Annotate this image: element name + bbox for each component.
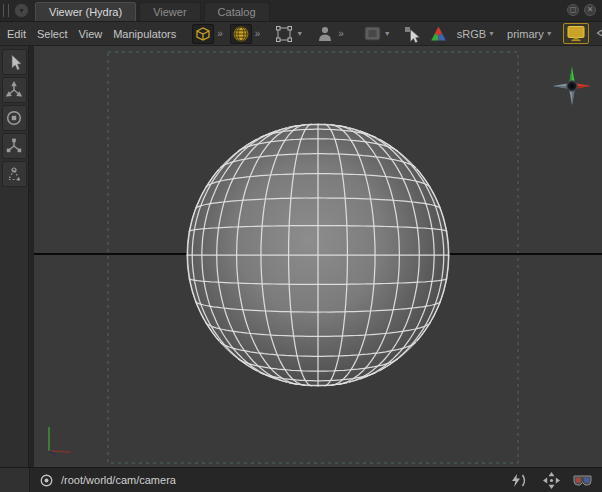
tab-label: Viewer xyxy=(153,6,186,18)
viewer-pane: ▾ Viewer (Hydra) Viewer Catalog ◻ ✕ Edit… xyxy=(0,0,602,492)
view-layer-caret[interactable]: ▼ xyxy=(546,30,553,37)
tab-label: Catalog xyxy=(218,6,256,18)
subdivision-button[interactable] xyxy=(230,24,252,44)
view-layer-dropdown[interactable]: primary xyxy=(507,28,544,40)
camera-select-icon xyxy=(39,473,54,488)
pivot-snap-icon xyxy=(4,164,24,184)
tab-viewer-hydra[interactable]: Viewer (Hydra) xyxy=(35,2,136,21)
world-axis-indicator xyxy=(40,424,78,458)
menu-view[interactable]: View xyxy=(78,26,104,42)
person-icon xyxy=(315,24,335,44)
selection-mode-caret[interactable]: ▼ xyxy=(296,30,303,37)
colorspace-caret[interactable]: ▼ xyxy=(488,30,495,37)
translate-manipulator-icon xyxy=(4,80,24,100)
eye-icon xyxy=(595,24,602,43)
select-tool-button[interactable] xyxy=(2,49,27,75)
tab-catalog[interactable]: Catalog xyxy=(204,2,270,21)
selection-mode-button[interactable] xyxy=(274,24,294,44)
3d-viewport[interactable] xyxy=(29,46,602,467)
render-flash-icon[interactable] xyxy=(509,473,531,488)
globe-icon xyxy=(231,24,251,44)
color-management-button[interactable] xyxy=(428,24,449,43)
scale-tool-button[interactable] xyxy=(2,133,27,159)
viewer-statusbar: /root/world/cam/camera xyxy=(0,467,602,492)
visibility-button[interactable] xyxy=(595,24,602,43)
tab-bar: ▾ Viewer (Hydra) Viewer Catalog ◻ ✕ xyxy=(0,0,602,22)
camera-path-field[interactable]: /root/world/cam/camera xyxy=(30,473,509,488)
menu-select[interactable]: Select xyxy=(36,26,69,42)
pivot-tool-button[interactable] xyxy=(2,161,27,187)
render-slot-caret[interactable]: ▼ xyxy=(384,30,391,37)
render-slot-button[interactable] xyxy=(363,25,382,42)
monitor-toggle-button[interactable] xyxy=(563,23,589,44)
pick-cursor-icon xyxy=(401,23,422,44)
marquee-select-icon xyxy=(274,24,294,44)
scene-canvas[interactable] xyxy=(34,46,602,467)
cursor-arrow-icon xyxy=(4,52,24,72)
orientation-gizmo[interactable] xyxy=(550,64,594,108)
pan-dpad-icon[interactable] xyxy=(542,471,561,490)
menu-manipulators[interactable]: Manipulators xyxy=(112,26,177,42)
manipulator-toolbar xyxy=(0,46,29,467)
monitor-icon xyxy=(566,25,586,42)
colorspace-dropdown[interactable]: sRGB xyxy=(457,28,486,40)
wire-cube-icon xyxy=(193,24,213,44)
rotate-tool-button[interactable] xyxy=(2,105,27,131)
camera-path-text: /root/world/cam/camera xyxy=(61,474,176,486)
tab-label: Viewer (Hydra) xyxy=(49,6,122,18)
pane-drag-grip[interactable] xyxy=(3,4,9,17)
statusbar-corner xyxy=(0,468,30,492)
float-pane-icon[interactable]: ◻ xyxy=(567,4,579,16)
translate-tool-button[interactable] xyxy=(2,77,27,103)
shading-mode-button[interactable] xyxy=(192,24,214,44)
stereo-glasses-icon[interactable] xyxy=(572,474,593,487)
viewer-menubar: Edit Select View Manipulators » xyxy=(0,22,602,46)
scale-manipulator-icon xyxy=(4,136,24,156)
chevron-down-icon: ▾ xyxy=(19,7,23,15)
shading-mode-expander[interactable]: » xyxy=(214,28,226,39)
menu-edit[interactable]: Edit xyxy=(6,26,27,42)
rotate-manipulator-icon xyxy=(4,108,24,128)
rgb-triangle-icon xyxy=(428,24,449,43)
close-pane-icon[interactable]: ✕ xyxy=(584,4,596,16)
proxy-display-expander[interactable]: » xyxy=(335,28,347,39)
pick-mode-button[interactable] xyxy=(401,23,422,44)
tab-viewer[interactable]: Viewer xyxy=(139,2,200,21)
proxy-display-button[interactable] xyxy=(315,24,335,44)
subdivision-expander[interactable]: » xyxy=(252,28,264,39)
slot-square-icon xyxy=(363,25,382,42)
pane-menu-button[interactable]: ▾ xyxy=(14,3,29,18)
